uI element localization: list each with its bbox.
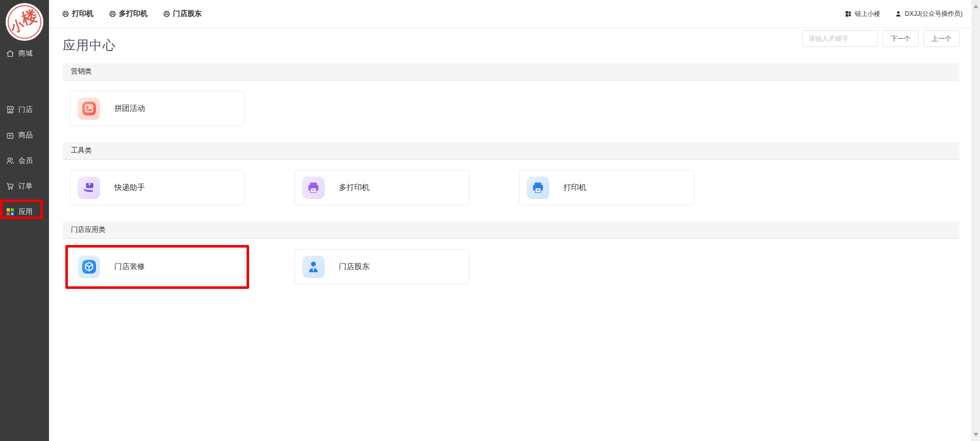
sidebar-item-label: 应用 [18,207,33,216]
sections: 营销类 拼团活动 工具类 快递助手 多打印机 [63,63,960,284]
section-marketing: 营销类 拼团活动 [63,63,960,126]
sidebar-item-label: 门店 [18,105,33,114]
goods-icon [6,131,15,140]
app-label: 门店股东 [339,262,370,272]
apps-icon [6,207,15,216]
app-card-group-buy[interactable]: 拼团活动 [70,91,245,126]
content: 应用中心 下一个 上一个 营销类 拼团活动 工具类 [49,28,971,284]
printer-icon [527,177,549,199]
user-name: DXJJ(公众号操作员) [905,10,963,18]
sidebar-nav: 商城 门店 商品 会员 订单 应用 [0,48,49,217]
section-header-tools: 工具类 [63,142,960,160]
app-label: 门店装修 [114,262,145,272]
card-row: 拼团活动 [63,81,960,126]
group-buy-icon [78,97,100,120]
sidebar-item-mall[interactable]: 商城 [0,48,49,59]
express-helper-icon [78,177,100,199]
page-head: 应用中心 下一个 上一个 [63,28,960,63]
user-icon [895,10,902,17]
card-wrap: 打印机 [519,170,694,205]
sidebar-item-label: 商品 [18,131,33,140]
topbar-right: 链上小楼 DXJJ(公众号操作员) [845,10,963,18]
home-icon [6,49,15,58]
sidebar-item-label: 商城 [18,49,33,58]
section-title: 营销类 [71,67,92,76]
card-row: 门店装修 门店股东 [63,239,960,284]
grid-icon [845,10,852,17]
card-wrap: 快递助手 [70,170,245,205]
multi-printer-icon [302,177,325,199]
store-decoration-icon [78,256,100,278]
scrollbar[interactable] [971,0,980,441]
page-title: 应用中心 [63,37,116,54]
section-title: 工具类 [71,146,92,155]
sidebar-item-label: 会员 [18,156,33,165]
app-card-multi-printer[interactable]: 多打印机 [295,170,470,205]
prev-button[interactable]: 上一个 [923,30,960,47]
scroll-down-icon[interactable] [973,433,978,436]
topbar-tabs: 打印机 多打印机 门店股东 [62,9,217,18]
tab-label: 多打印机 [119,9,148,18]
search-input[interactable] [802,30,878,47]
app-card-express-helper[interactable]: 快递助手 [70,170,245,205]
section-header-store-apps: 门店应用类 [63,221,960,239]
card-wrap: 拼团活动 [70,91,245,126]
tab-multi-printer[interactable]: 多打印机 [109,9,148,18]
sidebar: 小 楼 商城 门店 商品 会员 订单 应用 [0,0,49,441]
printer-icon [109,10,116,18]
sidebar-item-goods[interactable]: 商品 [0,130,49,140]
store-shareholder-icon [302,256,325,278]
scroll-up-icon[interactable] [973,5,978,8]
tab-label: 门店股东 [173,9,202,18]
printer-icon [62,10,69,18]
section-title: 门店应用类 [71,225,106,234]
tab-store-shareholder[interactable]: 门店股东 [163,9,202,18]
section-tools: 工具类 快递助手 多打印机 打印机 [63,142,960,205]
topbar: 打印机 多打印机 门店股东 链上小楼 DXJJ(公众号操作员) [49,0,971,28]
app-label: 快递助手 [114,183,145,192]
app-label: 拼团活动 [114,104,145,113]
next-button[interactable]: 下一个 [883,30,919,47]
sidebar-item-apps[interactable]: 应用 [0,207,49,217]
sidebar-item-members[interactable]: 会员 [0,156,49,166]
sidebar-item-label: 订单 [18,182,33,191]
app-label: 打印机 [564,183,586,192]
user-chip[interactable]: DXJJ(公众号操作员) [895,10,963,18]
main-area: 打印机 多打印机 门店股东 链上小楼 DXJJ(公众号操作员) 应用中心 下一个… [49,0,971,284]
app-label: 多打印机 [339,183,370,192]
app-card-store-decoration[interactable]: 门店装修 [70,249,245,284]
card-row: 快递助手 多打印机 打印机 [63,160,960,205]
card-wrap: 多打印机 [295,170,470,205]
brand-logo: 小 楼 [6,3,43,41]
card-wrap: 门店股东 [295,249,470,284]
app-card-store-shareholder[interactable]: 门店股东 [295,249,470,284]
tab-label: 打印机 [72,9,93,18]
section-store-apps: 门店应用类 门店装修 门店股东 [63,221,960,284]
card-wrap: 门店装修 [70,249,245,284]
sidebar-item-stores[interactable]: 门店 [0,105,49,115]
section-header-marketing: 营销类 [63,63,960,81]
tab-printer[interactable]: 打印机 [62,9,93,18]
cart-icon [6,182,15,191]
search-cluster: 下一个 上一个 [802,30,960,47]
sidebar-item-orders[interactable]: 订单 [0,181,49,191]
members-icon [6,156,15,165]
printer-icon [163,10,170,18]
workspace-chip[interactable]: 链上小楼 [845,10,880,18]
workspace-name: 链上小楼 [855,10,880,18]
store-icon [6,105,15,114]
app-card-printer[interactable]: 打印机 [519,170,694,205]
